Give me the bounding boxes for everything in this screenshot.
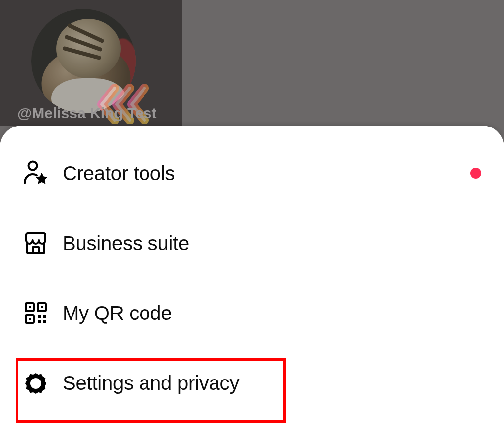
svg-point-0	[29, 162, 37, 170]
qr-code-icon	[22, 299, 50, 327]
menu-item-settings-privacy[interactable]: Settings and privacy	[0, 348, 504, 418]
menu-item-label: Creator tools	[63, 162, 175, 185]
menu-item-label: Business suite	[63, 232, 189, 254]
svg-rect-9	[38, 320, 41, 323]
svg-rect-7	[38, 315, 41, 318]
menu-sheet: Creator tools Business suite	[0, 126, 504, 443]
menu-item-creator-tools[interactable]: Creator tools	[0, 138, 504, 208]
svg-rect-10	[43, 320, 46, 323]
menu-item-label: My QR code	[63, 302, 172, 324]
svg-rect-6	[29, 318, 31, 320]
svg-rect-8	[43, 315, 46, 318]
avatar	[31, 9, 136, 113]
username-label: @Melissa King Test	[17, 105, 156, 122]
svg-point-11	[30, 378, 41, 389]
notification-dot	[470, 168, 481, 179]
menu-item-business-suite[interactable]: Business suite	[0, 208, 504, 278]
svg-rect-5	[41, 306, 43, 308]
person-star-icon	[22, 159, 50, 187]
storefront-icon	[22, 229, 50, 257]
svg-rect-4	[29, 306, 31, 308]
gear-icon	[22, 369, 50, 397]
menu-item-label: Settings and privacy	[63, 372, 239, 394]
menu-item-my-qr-code[interactable]: My QR code	[0, 278, 504, 348]
